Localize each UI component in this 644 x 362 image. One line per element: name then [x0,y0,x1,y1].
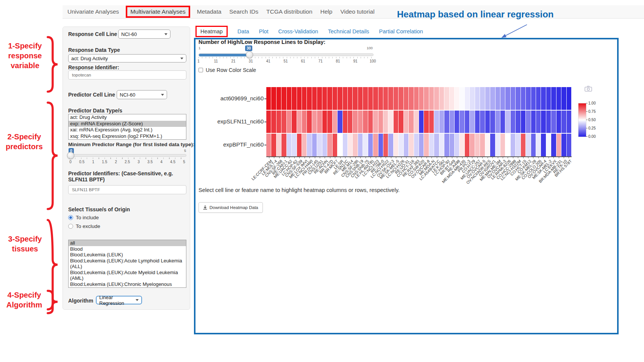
heatmap-cell[interactable] [561,87,566,110]
heatmap-cell[interactable] [500,134,505,156]
heatmap-cell[interactable] [333,134,337,156]
nav-item-tcga-distribution[interactable]: TCGA distribution [265,8,313,16]
heatmap-cell[interactable] [383,111,388,133]
heatmap-cell[interactable] [450,111,454,133]
heatmap-cell[interactable] [343,87,347,110]
heatmap-cell[interactable] [404,134,408,156]
heatmap-cell[interactable] [414,134,419,156]
heatmap-cell[interactable] [409,87,413,110]
heatmap-cell[interactable] [307,87,311,110]
heatmap-cell[interactable] [521,134,525,156]
heatmap-cell[interactable] [271,134,276,156]
tissue-option[interactable]: Blood [69,246,186,252]
heatmap-cell[interactable] [266,87,271,110]
heatmap-cell[interactable] [322,87,327,110]
heatmap-cell[interactable] [551,134,556,156]
heatmap-cell[interactable] [312,111,317,133]
heatmap-cell[interactable] [281,111,286,133]
heatmap-cell[interactable] [281,134,286,156]
heatmap-cell[interactable] [297,134,302,156]
heatmap-cell[interactable] [541,87,546,110]
tissue-exclude-option[interactable]: To exclude [68,223,100,229]
heatmap-cell[interactable] [546,134,551,156]
radio-selected-icon[interactable] [68,215,73,220]
heatmap-cell[interactable] [348,87,352,110]
heatmap-cell[interactable] [373,87,378,110]
heatmap-cell[interactable] [526,87,530,110]
heatmap-cell[interactable] [551,87,556,110]
heatmap-cell[interactable] [399,111,403,133]
predictor-data-types-listbox[interactable]: act: Drug Activityexp: mRNA Expression (… [68,114,186,140]
heatmap-cell[interactable] [455,134,459,156]
heatmap-cell[interactable] [312,87,317,110]
heatmap-cell[interactable] [338,87,342,110]
heatmap-cell[interactable] [378,134,383,156]
heatmap-cell[interactable] [292,134,296,156]
heatmap-cell[interactable] [496,134,500,156]
heatmap-cell[interactable] [414,111,419,133]
heatmap-cell[interactable] [505,111,510,133]
heatmap-cell[interactable] [429,111,434,133]
heatmap-cell[interactable] [378,87,383,110]
heatmap-cell[interactable] [526,134,530,156]
checkbox-unchecked-icon[interactable] [199,68,203,72]
heatmap-cell[interactable] [465,134,469,156]
predictor-identifiers-input[interactable]: SLFN11 BPTF [68,185,186,194]
predictor-data-type-option[interactable]: xsq: RNA-seq Expression (log2 FPKM+1.) [69,133,186,140]
heatmap-cell[interactable] [317,111,322,133]
heatmap-cell[interactable] [281,87,286,110]
heatmap-cell[interactable] [388,134,393,156]
heatmap-cell[interactable] [470,111,474,133]
heatmap-cell[interactable] [358,134,363,156]
heatmap-cell[interactable] [409,134,413,156]
row-color-scale-option[interactable]: Use Row Color Scale [199,67,256,73]
heatmap-cell[interactable] [322,134,327,156]
heatmap-cell[interactable] [475,87,480,110]
heatmap-row-label[interactable]: expSLFN11_nci60 [204,118,264,125]
heatmap-cell[interactable] [444,87,449,110]
heatmap-cell[interactable] [465,87,469,110]
heatmap-cell[interactable] [322,111,327,133]
heatmap-cell[interactable] [277,134,281,156]
radio-unselected-icon[interactable] [68,224,73,229]
heatmap-cell[interactable] [475,134,480,156]
heatmap-cell[interactable] [521,87,525,110]
nav-item-search-ids[interactable]: Search IDs [228,8,259,16]
response-data-type-select[interactable]: act: Drug Activity [68,54,186,62]
heatmap-cell[interactable] [277,87,281,110]
heatmap-cell[interactable] [541,111,546,133]
heatmap-cell[interactable] [373,134,378,156]
heatmap-cell[interactable] [546,111,551,133]
predictor-data-type-option[interactable]: exp: mRNA Expression (Z-Score) [69,121,186,127]
heatmap-cell[interactable] [419,111,424,133]
heatmap-cell[interactable] [567,111,571,133]
heatmap-cell[interactable] [424,134,428,156]
heatmap-cell[interactable] [394,87,398,110]
heatmap-cell[interactable] [327,111,332,133]
heatmap-cell[interactable] [327,134,332,156]
heatmap-cell[interactable] [399,134,403,156]
heatmap-cell[interactable] [567,134,571,156]
heatmap-cell[interactable] [434,134,439,156]
heatmap-cell[interactable] [511,134,515,156]
heatmap-cell[interactable] [302,87,306,110]
heatmap-cell[interactable] [475,111,480,133]
heatmap-cell[interactable] [500,87,505,110]
tab-technical-details[interactable]: Technical Details [328,28,369,34]
heatmap-cell[interactable] [353,87,357,110]
heatmap-cell[interactable] [551,111,556,133]
tab-cross-validation[interactable]: Cross-Validation [278,28,318,34]
heatmap-cell[interactable] [490,87,495,110]
heatmap-cell[interactable] [490,111,495,133]
heatmap-cell[interactable] [373,111,378,133]
heatmap-cell[interactable] [444,134,449,156]
heatmap-cell[interactable] [439,87,444,110]
heatmap-cell[interactable] [271,111,276,133]
heatmap-cell[interactable] [439,134,444,156]
heatmap-row-label[interactable]: expBPTF_nci60 [204,141,264,148]
nav-item-video-tutorial[interactable]: Video tutorial [339,8,375,16]
heatmap-cell[interactable] [277,111,281,133]
heatmap-cell[interactable] [556,87,561,110]
heatmap-cell[interactable] [363,134,367,156]
heatmap-cell[interactable] [505,87,510,110]
